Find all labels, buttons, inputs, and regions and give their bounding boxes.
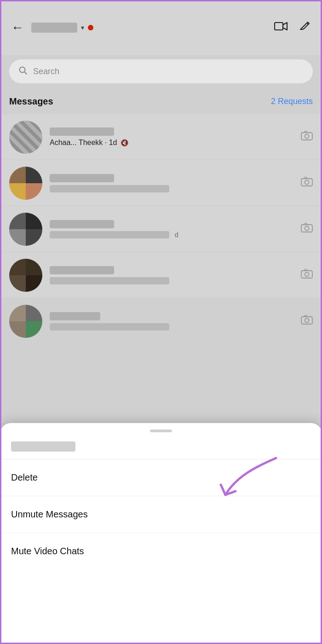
conversation-list: Achaa... Theekk · 1d 🔇 (0, 114, 322, 441)
conv-right (301, 177, 313, 190)
avatar (9, 305, 42, 338)
svg-rect-14 (305, 269, 307, 271)
conv-meta (50, 277, 293, 284)
svg-rect-5 (305, 131, 307, 133)
conv-right (301, 131, 313, 144)
messages-title: Messages (9, 96, 53, 107)
sheet-menu: Delete Unmute Messages Mute Video Chats (0, 459, 322, 569)
messages-header: Messages 2 Requests (9, 92, 313, 110)
search-input[interactable]: Search (33, 67, 59, 76)
svg-rect-17 (305, 315, 307, 317)
svg-point-7 (305, 180, 309, 184)
camera-icon (301, 269, 313, 281)
conversation-item[interactable] (0, 252, 322, 298)
conv-name-blur (50, 128, 114, 136)
conv-name-text: Achaa... Theekk · 1d (50, 139, 117, 147)
search-bar-container: Search (9, 55, 313, 87)
conversation-item[interactable] (0, 160, 322, 206)
svg-rect-8 (305, 177, 307, 179)
conv-name-blur (50, 174, 114, 182)
back-button[interactable]: ← (11, 20, 24, 35)
sheet-user-info (0, 432, 322, 459)
unmute-messages-button[interactable]: Unmute Messages (0, 496, 322, 533)
conv-preview-blur (50, 231, 169, 238)
conv-content (50, 266, 293, 284)
conv-content: Achaa... Theekk · 1d 🔇 (50, 128, 293, 147)
svg-rect-0 (275, 23, 283, 30)
bottom-sheet: Delete Unmute Messages Mute Video Chats (0, 423, 322, 644)
conv-right (301, 315, 313, 328)
chevron-down-icon[interactable]: ▾ (81, 24, 84, 31)
conv-right (301, 223, 313, 236)
mute-video-chats-button[interactable]: Mute Video Chats (0, 533, 322, 569)
conv-meta: d (50, 231, 293, 238)
avatar (9, 167, 42, 200)
svg-point-16 (305, 318, 309, 322)
svg-rect-12 (301, 271, 312, 278)
delete-button[interactable]: Delete (0, 459, 322, 496)
svg-line-2 (24, 72, 27, 74)
sheet-user-blur (11, 441, 75, 452)
svg-rect-15 (301, 317, 312, 324)
conv-meta (50, 185, 293, 192)
conv-content (50, 312, 293, 331)
compose-icon[interactable] (299, 20, 311, 35)
svg-rect-3 (301, 133, 312, 140)
conv-name-blur (50, 312, 100, 320)
conv-preview-blur (50, 277, 169, 284)
header-right (274, 20, 311, 35)
read-indicator: d (175, 231, 178, 238)
status-dot (88, 25, 93, 30)
camera-icon (301, 131, 313, 143)
conv-meta (50, 323, 293, 331)
svg-point-10 (305, 226, 309, 230)
header-name-blur (31, 23, 77, 33)
camera-icon (301, 177, 313, 189)
svg-point-13 (305, 272, 309, 276)
conv-name-blur (50, 220, 114, 228)
svg-point-4 (305, 134, 309, 138)
camera-icon (301, 223, 313, 235)
header: ← ▾ (0, 0, 322, 55)
conv-content (50, 174, 293, 192)
conversation-item[interactable]: Achaa... Theekk · 1d 🔇 (0, 114, 322, 160)
svg-rect-6 (301, 179, 312, 186)
conv-meta: Achaa... Theekk · 1d 🔇 (50, 139, 293, 147)
conv-name-blur (50, 266, 114, 274)
header-name-area: ▾ (31, 23, 93, 33)
conv-content: d (50, 220, 293, 238)
conversation-item[interactable]: d (0, 206, 322, 252)
requests-link[interactable]: 2 Requests (271, 97, 313, 106)
conv-name-row (50, 128, 293, 136)
search-bar[interactable]: Search (9, 59, 313, 83)
mute-icon: 🔇 (121, 139, 128, 146)
camera-icon (301, 315, 313, 327)
conv-preview-blur (50, 323, 169, 331)
conv-preview-blur (50, 185, 169, 192)
svg-rect-9 (301, 225, 312, 232)
conversation-item[interactable] (0, 298, 322, 344)
video-call-icon[interactable] (274, 21, 288, 35)
header-left: ← ▾ (11, 20, 93, 35)
avatar (9, 259, 42, 292)
avatar (9, 121, 42, 154)
conv-right (301, 269, 313, 282)
avatar (9, 213, 42, 246)
svg-rect-11 (305, 223, 307, 225)
search-icon (18, 66, 28, 77)
